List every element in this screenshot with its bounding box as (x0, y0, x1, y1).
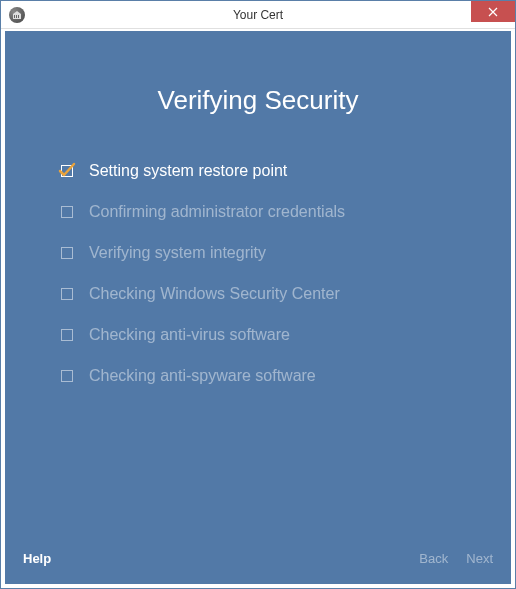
svg-marker-4 (13, 11, 21, 14)
checkbox-empty-icon (59, 286, 75, 302)
step-label: Verifying system integrity (89, 244, 266, 262)
help-link[interactable]: Help (23, 551, 51, 566)
app-icon (9, 7, 25, 23)
titlebar: Your Cert (1, 1, 515, 29)
nav-buttons: Back Next (419, 551, 493, 566)
step-item: Confirming administrator credentials (59, 203, 471, 221)
checkbox-empty-icon (59, 368, 75, 384)
steps-list: Setting system restore point Confirming … (5, 162, 511, 385)
close-icon (488, 7, 498, 17)
content-panel: Verifying Security Setting system restor… (5, 31, 511, 584)
footer-bar: Help Back Next (5, 540, 511, 584)
step-label: Checking anti-spyware software (89, 367, 316, 385)
checkbox-empty-icon (59, 327, 75, 343)
step-item: Verifying system integrity (59, 244, 471, 262)
close-button[interactable] (471, 1, 515, 22)
step-label: Confirming administrator credentials (89, 203, 345, 221)
back-button[interactable]: Back (419, 551, 448, 566)
step-item: Setting system restore point (59, 162, 471, 180)
page-heading: Verifying Security (5, 85, 511, 116)
checkbox-empty-icon (59, 245, 75, 261)
svg-rect-1 (14, 15, 15, 18)
app-window: Your Cert Verifying Security Setting sys… (0, 0, 516, 589)
step-label: Setting system restore point (89, 162, 287, 180)
step-item: Checking Windows Security Center (59, 285, 471, 303)
checkbox-empty-icon (59, 204, 75, 220)
svg-rect-3 (18, 15, 19, 18)
step-item: Checking anti-spyware software (59, 367, 471, 385)
step-item: Checking anti-virus software (59, 326, 471, 344)
checkmark-icon (59, 163, 75, 179)
step-label: Checking anti-virus software (89, 326, 290, 344)
next-button[interactable]: Next (466, 551, 493, 566)
svg-rect-2 (16, 15, 17, 18)
step-label: Checking Windows Security Center (89, 285, 340, 303)
window-title: Your Cert (1, 8, 515, 22)
